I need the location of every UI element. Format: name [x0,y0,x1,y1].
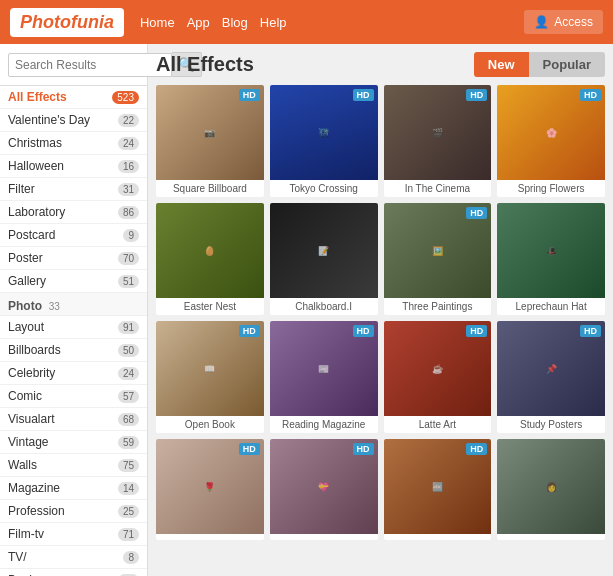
sidebar-count: 68 [118,413,139,426]
sidebar-count: 9 [123,229,139,242]
nav-help[interactable]: Help [260,15,287,30]
tab-popular[interactable]: Popular [529,52,605,77]
sidebar-count: 24 [118,367,139,380]
nav-home[interactable]: Home [140,15,175,30]
effect-thumbnail: 📝 [270,203,378,298]
sidebar-photo-item-profession[interactable]: Profession25 [0,500,147,523]
tab-buttons: New Popular [474,52,605,77]
effect-card[interactable]: 🎩 Leprechaun Hat [497,203,605,315]
content-header: All Effects New Popular [156,52,605,77]
hd-badge: HD [466,89,487,101]
sidebar-item-christmas[interactable]: Christmas24 [0,132,147,155]
photo-label: Photo [8,299,42,313]
sidebar-label: Christmas [8,136,62,150]
sidebar-label: Halloween [8,159,64,173]
sidebar-label: Valentine's Day [8,113,90,127]
sidebar-count: 59 [118,436,139,449]
effect-card[interactable]: 📷 HD Square Billboard [156,85,264,197]
effect-thumbnail: 👩 [497,439,605,534]
sidebar-item-postcard[interactable]: Postcard9 [0,224,147,247]
sidebar-item-all-effects[interactable]: All Effects 523 [0,86,147,109]
effect-card[interactable]: 🖼️ HD Three Paintings [384,203,492,315]
effect-card[interactable]: 📖 HD Open Book [156,321,264,433]
sidebar-count: 22 [118,114,139,127]
effect-name: Tokyo Crossing [270,180,378,197]
hd-badge: HD [466,443,487,455]
sidebar-label: Magazine [8,481,60,495]
effect-name: In The Cinema [384,180,492,197]
sidebar-item-valentine's-day[interactable]: Valentine's Day22 [0,109,147,132]
sidebar-photo-item-book[interactable]: Book17 [0,569,147,576]
effect-card[interactable]: ☕ HD Latte Art [384,321,492,433]
sidebar-categories: Valentine's Day22Christmas24Halloween16F… [0,109,147,293]
effect-thumbnail: 📌 HD [497,321,605,416]
sidebar-photo-item-film-tv[interactable]: Film-tv71 [0,523,147,546]
sidebar-label: Postcard [8,228,55,242]
sidebar-count: 14 [118,482,139,495]
sidebar-photo-item-billboards[interactable]: Billboards50 [0,339,147,362]
sidebar-item-laboratory[interactable]: Laboratory86 [0,201,147,224]
sidebar-item-halloween[interactable]: Halloween16 [0,155,147,178]
effect-card[interactable]: 👩 [497,439,605,540]
sidebar-photo-item-celebrity[interactable]: Celebrity24 [0,362,147,385]
effect-name: Open Book [156,416,264,433]
header: Photofunia Home App Blog Help 👤 Access [0,0,613,44]
effect-card[interactable]: 💝 HD [270,439,378,540]
effect-card[interactable]: 🌸 HD Spring Flowers [497,85,605,197]
effect-thumbnail: 🥚 [156,203,264,298]
tab-new[interactable]: New [474,52,529,77]
sidebar-count: 16 [118,160,139,173]
effect-name: Reading Magazine [270,416,378,433]
main-layout: 🔍 All Effects 523 Valentine's Day22Chris… [0,44,613,576]
effect-card[interactable]: 🌹 HD [156,439,264,540]
photo-group-title: Photo 33 [0,293,147,316]
logo[interactable]: Photofunia [10,8,124,37]
sidebar-label: Film-tv [8,527,44,541]
sidebar-photo-item-visualart[interactable]: Visualart68 [0,408,147,431]
effect-thumbnail: ☕ HD [384,321,492,416]
effect-name [497,534,605,540]
sidebar-photo-categories: Layout91Billboards50Celebrity24Comic57Vi… [0,316,147,576]
sidebar-photo-item-vintage[interactable]: Vintage59 [0,431,147,454]
sidebar-label: Visualart [8,412,54,426]
hd-badge: HD [239,325,260,337]
effect-thumbnail: 📷 HD [156,85,264,180]
effect-card[interactable]: 🎬 HD In The Cinema [384,85,492,197]
effect-name: Square Billboard [156,180,264,197]
nav-app[interactable]: App [187,15,210,30]
sidebar-label: Profession [8,504,65,518]
effect-card[interactable]: 📝 Chalkboard.I [270,203,378,315]
sidebar-label: Celebrity [8,366,55,380]
photo-count: 33 [49,301,60,312]
effect-name: Chalkboard.I [270,298,378,315]
sidebar-photo-item-comic[interactable]: Comic57 [0,385,147,408]
access-label: Access [554,15,593,29]
sidebar-item-poster[interactable]: Poster70 [0,247,147,270]
effect-card[interactable]: 🔤 HD [384,439,492,540]
effect-name: Latte Art [384,416,492,433]
effect-name: Three Paintings [384,298,492,315]
effect-card[interactable]: 🥚 Easter Nest [156,203,264,315]
hd-badge: HD [239,89,260,101]
effect-thumbnail: 🖼️ HD [384,203,492,298]
effect-card[interactable]: 🌃 HD Tokyo Crossing [270,85,378,197]
sidebar-photo-item-tv/[interactable]: TV/8 [0,546,147,569]
effect-thumbnail: 💝 HD [270,439,378,534]
sidebar-item-filter[interactable]: Filter31 [0,178,147,201]
sidebar-item-gallery[interactable]: Gallery51 [0,270,147,293]
effect-thumbnail: 📖 HD [156,321,264,416]
sidebar: 🔍 All Effects 523 Valentine's Day22Chris… [0,44,148,576]
effect-thumbnail: 🌹 HD [156,439,264,534]
sidebar-photo-item-magazine[interactable]: Magazine14 [0,477,147,500]
sidebar-photo-item-layout[interactable]: Layout91 [0,316,147,339]
sidebar-photo-item-walls[interactable]: Walls75 [0,454,147,477]
effect-card[interactable]: 📌 HD Study Posters [497,321,605,433]
content: All Effects New Popular 📷 HD Square Bill… [148,44,613,576]
access-button[interactable]: 👤 Access [524,10,603,34]
nav-blog[interactable]: Blog [222,15,248,30]
effect-thumbnail: 🌃 HD [270,85,378,180]
effect-card[interactable]: 📰 HD Reading Magazine [270,321,378,433]
effect-name: Spring Flowers [497,180,605,197]
sidebar-count: 50 [118,344,139,357]
sidebar-label: Comic [8,389,42,403]
